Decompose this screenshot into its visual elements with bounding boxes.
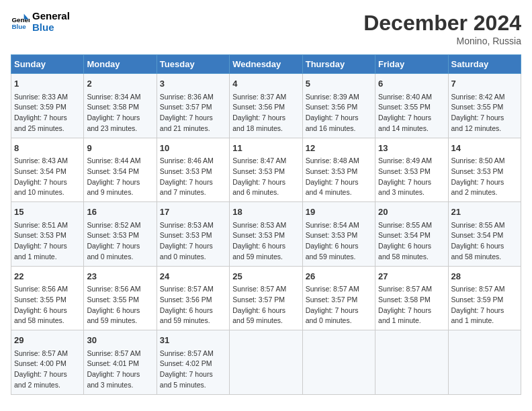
calendar-cell: 30Sunrise: 8:57 AM Sunset: 4:01 PM Dayli… bbox=[84, 330, 157, 395]
calendar-cell: 9Sunrise: 8:44 AM Sunset: 3:54 PM Daylig… bbox=[84, 138, 157, 202]
header-tuesday: Tuesday bbox=[157, 55, 229, 74]
day-detail: Sunrise: 8:34 AM Sunset: 3:58 PM Dayligh… bbox=[87, 92, 153, 134]
calendar-cell: 12Sunrise: 8:48 AM Sunset: 3:53 PM Dayli… bbox=[302, 138, 375, 202]
calendar-cell: 28Sunrise: 8:57 AM Sunset: 3:59 PM Dayli… bbox=[448, 266, 521, 330]
day-number: 29 bbox=[14, 334, 81, 347]
day-detail: Sunrise: 8:53 AM Sunset: 3:53 PM Dayligh… bbox=[160, 220, 226, 263]
calendar-cell: 20Sunrise: 8:55 AM Sunset: 3:54 PM Dayli… bbox=[375, 202, 448, 267]
day-number: 23 bbox=[87, 270, 153, 283]
day-detail: Sunrise: 8:47 AM Sunset: 3:53 PM Dayligh… bbox=[232, 156, 299, 198]
day-detail: Sunrise: 8:48 AM Sunset: 3:53 PM Dayligh… bbox=[306, 156, 372, 198]
calendar-cell: 5Sunrise: 8:39 AM Sunset: 3:56 PM Daylig… bbox=[302, 74, 375, 138]
day-detail: Sunrise: 8:57 AM Sunset: 4:02 PM Dayligh… bbox=[160, 349, 226, 391]
header-sunday: Sunday bbox=[11, 55, 84, 74]
day-detail: Sunrise: 8:57 AM Sunset: 4:00 PM Dayligh… bbox=[14, 349, 81, 391]
day-number: 3 bbox=[160, 77, 226, 91]
calendar-cell bbox=[302, 330, 375, 395]
day-detail: Sunrise: 8:39 AM Sunset: 3:56 PM Dayligh… bbox=[306, 92, 372, 134]
calendar-cell: 23Sunrise: 8:56 AM Sunset: 3:55 PM Dayli… bbox=[84, 266, 157, 330]
day-detail: Sunrise: 8:49 AM Sunset: 3:53 PM Dayligh… bbox=[378, 156, 445, 198]
calendar-cell: 13Sunrise: 8:49 AM Sunset: 3:53 PM Dayli… bbox=[375, 138, 448, 202]
logo-blue: Blue bbox=[32, 22, 70, 34]
day-number: 18 bbox=[232, 205, 299, 219]
day-number: 14 bbox=[451, 142, 518, 155]
day-number: 30 bbox=[87, 334, 153, 347]
day-detail: Sunrise: 8:54 AM Sunset: 3:53 PM Dayligh… bbox=[306, 220, 372, 263]
day-number: 28 bbox=[451, 270, 518, 283]
calendar-cell bbox=[375, 330, 448, 395]
calendar-week-row: 1Sunrise: 8:33 AM Sunset: 3:59 PM Daylig… bbox=[11, 74, 521, 138]
day-detail: Sunrise: 8:36 AM Sunset: 3:57 PM Dayligh… bbox=[160, 92, 226, 134]
calendar-cell: 6Sunrise: 8:40 AM Sunset: 3:55 PM Daylig… bbox=[375, 74, 448, 138]
day-number: 6 bbox=[378, 77, 445, 91]
svg-text:Blue: Blue bbox=[11, 22, 26, 30]
calendar-cell: 7Sunrise: 8:42 AM Sunset: 3:55 PM Daylig… bbox=[448, 74, 521, 138]
day-number: 17 bbox=[160, 205, 226, 219]
calendar-cell: 29Sunrise: 8:57 AM Sunset: 4:00 PM Dayli… bbox=[11, 330, 84, 395]
calendar-cell: 17Sunrise: 8:53 AM Sunset: 3:53 PM Dayli… bbox=[157, 202, 229, 267]
logo: General Blue General Blue bbox=[11, 11, 70, 33]
day-number: 5 bbox=[306, 77, 372, 91]
header-wednesday: Wednesday bbox=[230, 55, 302, 74]
day-detail: Sunrise: 8:57 AM Sunset: 3:56 PM Dayligh… bbox=[160, 284, 226, 326]
day-detail: Sunrise: 8:40 AM Sunset: 3:55 PM Dayligh… bbox=[378, 92, 445, 134]
calendar-cell: 25Sunrise: 8:57 AM Sunset: 3:57 PM Dayli… bbox=[230, 266, 302, 330]
calendar-cell: 16Sunrise: 8:52 AM Sunset: 3:53 PM Dayli… bbox=[84, 202, 157, 267]
day-detail: Sunrise: 8:44 AM Sunset: 3:54 PM Dayligh… bbox=[87, 156, 153, 198]
day-number: 15 bbox=[14, 205, 81, 219]
calendar-cell: 24Sunrise: 8:57 AM Sunset: 3:56 PM Dayli… bbox=[157, 266, 229, 330]
day-number: 26 bbox=[306, 270, 372, 283]
calendar-cell: 2Sunrise: 8:34 AM Sunset: 3:58 PM Daylig… bbox=[84, 74, 157, 138]
header: General Blue General Blue December 2024 … bbox=[11, 11, 521, 46]
calendar-cell: 22Sunrise: 8:56 AM Sunset: 3:55 PM Dayli… bbox=[11, 266, 84, 330]
header-thursday: Thursday bbox=[302, 55, 375, 74]
calendar-cell: 18Sunrise: 8:53 AM Sunset: 3:53 PM Dayli… bbox=[230, 202, 302, 267]
day-number: 10 bbox=[160, 142, 226, 155]
day-number: 21 bbox=[451, 205, 518, 219]
title-area: December 2024 Monino, Russia bbox=[363, 11, 521, 46]
calendar-cell: 19Sunrise: 8:54 AM Sunset: 3:53 PM Dayli… bbox=[302, 202, 375, 267]
day-detail: Sunrise: 8:55 AM Sunset: 3:54 PM Dayligh… bbox=[451, 220, 518, 263]
header-saturday: Saturday bbox=[448, 55, 521, 74]
day-number: 4 bbox=[232, 77, 299, 91]
day-detail: Sunrise: 8:50 AM Sunset: 3:53 PM Dayligh… bbox=[451, 156, 518, 198]
day-detail: Sunrise: 8:51 AM Sunset: 3:53 PM Dayligh… bbox=[14, 220, 81, 263]
day-number: 13 bbox=[378, 142, 445, 155]
day-detail: Sunrise: 8:53 AM Sunset: 3:53 PM Dayligh… bbox=[232, 220, 299, 263]
day-detail: Sunrise: 8:56 AM Sunset: 3:55 PM Dayligh… bbox=[87, 284, 153, 326]
calendar-cell: 1Sunrise: 8:33 AM Sunset: 3:59 PM Daylig… bbox=[11, 74, 84, 138]
day-detail: Sunrise: 8:57 AM Sunset: 3:59 PM Dayligh… bbox=[451, 284, 518, 326]
calendar-header-row: SundayMondayTuesdayWednesdayThursdayFrid… bbox=[11, 55, 521, 74]
header-friday: Friday bbox=[375, 55, 448, 74]
day-detail: Sunrise: 8:55 AM Sunset: 3:54 PM Dayligh… bbox=[378, 220, 445, 263]
calendar-cell: 31Sunrise: 8:57 AM Sunset: 4:02 PM Dayli… bbox=[157, 330, 229, 395]
day-number: 25 bbox=[232, 270, 299, 283]
calendar-table: SundayMondayTuesdayWednesdayThursdayFrid… bbox=[11, 54, 521, 395]
logo-icon: General Blue bbox=[11, 13, 30, 32]
calendar-cell: 10Sunrise: 8:46 AM Sunset: 3:53 PM Dayli… bbox=[157, 138, 229, 202]
day-detail: Sunrise: 8:57 AM Sunset: 3:58 PM Dayligh… bbox=[378, 284, 445, 326]
day-number: 20 bbox=[378, 205, 445, 219]
calendar-week-row: 22Sunrise: 8:56 AM Sunset: 3:55 PM Dayli… bbox=[11, 266, 521, 330]
day-number: 2 bbox=[87, 77, 153, 91]
day-number: 8 bbox=[14, 142, 81, 155]
calendar-cell: 8Sunrise: 8:43 AM Sunset: 3:54 PM Daylig… bbox=[11, 138, 84, 202]
day-number: 31 bbox=[160, 334, 226, 347]
day-number: 1 bbox=[14, 77, 81, 91]
calendar-cell: 15Sunrise: 8:51 AM Sunset: 3:53 PM Dayli… bbox=[11, 202, 84, 267]
logo-general: General bbox=[32, 11, 70, 22]
calendar-week-row: 29Sunrise: 8:57 AM Sunset: 4:00 PM Dayli… bbox=[11, 330, 521, 395]
header-monday: Monday bbox=[84, 55, 157, 74]
day-detail: Sunrise: 8:52 AM Sunset: 3:53 PM Dayligh… bbox=[87, 220, 153, 263]
calendar-cell: 3Sunrise: 8:36 AM Sunset: 3:57 PM Daylig… bbox=[157, 74, 229, 138]
day-detail: Sunrise: 8:57 AM Sunset: 3:57 PM Dayligh… bbox=[232, 284, 299, 326]
day-detail: Sunrise: 8:57 AM Sunset: 4:01 PM Dayligh… bbox=[87, 349, 153, 391]
day-number: 27 bbox=[378, 270, 445, 283]
day-detail: Sunrise: 8:56 AM Sunset: 3:55 PM Dayligh… bbox=[14, 284, 81, 326]
calendar-cell: 4Sunrise: 8:37 AM Sunset: 3:56 PM Daylig… bbox=[230, 74, 302, 138]
calendar-cell bbox=[448, 330, 521, 395]
calendar-title: December 2024 bbox=[363, 11, 521, 36]
day-detail: Sunrise: 8:43 AM Sunset: 3:54 PM Dayligh… bbox=[14, 156, 81, 198]
day-detail: Sunrise: 8:46 AM Sunset: 3:53 PM Dayligh… bbox=[160, 156, 226, 198]
calendar-cell: 11Sunrise: 8:47 AM Sunset: 3:53 PM Dayli… bbox=[230, 138, 302, 202]
